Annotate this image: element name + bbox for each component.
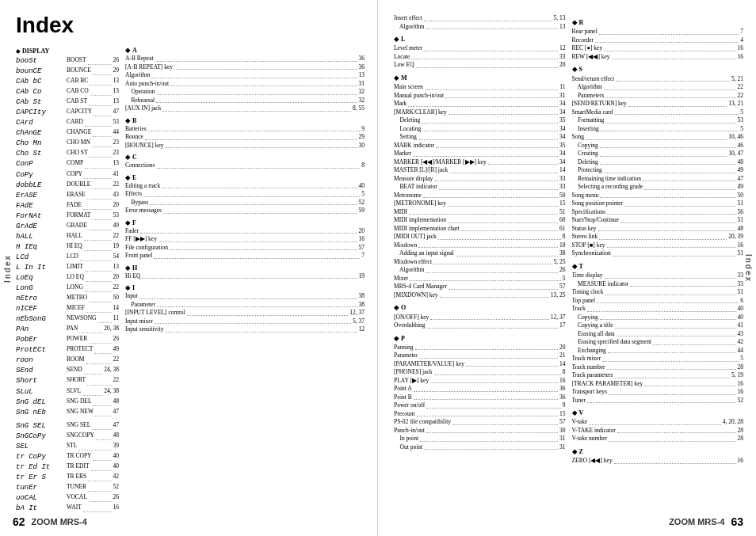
entry-name: Fader [125,227,139,236]
entry-dots [174,63,357,70]
display-entry: roon ROOM 22 [16,355,119,366]
display-word: LonG [16,283,67,294]
entry-dots [424,443,558,450]
entry-page: 38 [359,292,365,301]
list-item: Overdubbing 17 [394,321,566,330]
display-entry: tr CoPy TR COPY 40 [16,452,119,462]
entry-name: [BOUNCE] key [125,142,164,150]
entry-page: 5, 21 [731,75,743,84]
entry-dots [422,116,558,124]
entry-dots [438,233,561,240]
entry-name: Algorithm [125,71,150,80]
entry-dots [616,75,730,82]
entry-page: 33 [559,53,566,62]
entry-page: 22 [113,376,120,386]
display-entry: LoEq LO EQ 20 [16,273,119,283]
entry-name: Parameter [125,301,155,310]
entry-dots [148,125,361,132]
list-item: Front panel 7 [125,252,365,260]
entry-dots [597,297,739,304]
display-entry: SnGCoPy SNGCOPY 48 [16,431,119,442]
entry-name: PLAY [▶] key [394,377,429,386]
list-item: Input sensitivity 12 [125,325,365,334]
entry-page: 12, 37 [349,309,365,317]
list-item: [TRACK PARAMETER] key 16 [572,380,744,389]
entry-page: 15 [559,200,566,208]
entry-name: LIMIT [67,263,83,273]
section-header: ◆ T [572,262,744,271]
entry-dots [615,321,736,329]
entry-dots [605,288,735,295]
list-item: Algorithm 13 [125,71,365,80]
entry-dots [615,371,731,378]
entry-name: CAB ST [67,97,87,108]
entry-name: Precount [394,410,415,419]
list-item: Locating 34 [394,125,566,134]
entry-name: ERASE [67,191,86,201]
entry-page: 36 [359,63,365,72]
list-item: Synchronization 51 [572,249,744,258]
display-entries: booSt BOOST 26 bounCE BOUNCE 29 CAb bC C… [16,56,119,418]
entry-name: Low EQ [394,61,414,70]
display-word: CAb Co [16,87,67,97]
entry-page: 49 [738,166,744,175]
list-item: Manual punch-in/out 31 [394,92,566,101]
entry-name: MASTER [L]/[R] jack [394,166,448,175]
entry-dots [643,175,736,182]
entry-page: 51 [559,208,566,217]
list-item: [BOUNCE] key 30 [125,142,365,150]
list-item: Parameter 38 [125,301,365,310]
list-item: Specifications 56 [572,208,744,217]
display-entry: nEtro METRO 50 [16,294,119,304]
entry-name: Erasing all data [572,330,615,339]
entry-dots [417,410,558,417]
entry-name: Protecting [572,166,602,175]
display-entry: tunEr TUNER 52 [16,483,119,493]
section-letter: C [132,154,137,161]
list-item: Stereo link 20, 39 [572,233,744,241]
entry-page: 31 [559,435,566,443]
entry-dots [143,190,360,197]
entry-page: 16 [738,457,744,466]
section-letter: B [132,117,136,124]
entry-page: 40 [359,182,365,191]
list-item: Erasing specified data segment 42 [572,338,744,347]
entry-name: MIDI implementation chart [394,225,460,234]
entry-dots [449,166,558,173]
list-item: Song position pointer 51 [572,200,744,208]
entry-name: Locate [394,53,410,62]
list-item: BEAT indicator 33 [394,183,566,192]
list-item: Input mixer 5, 37 [125,317,365,326]
entry-dots [415,344,558,351]
entry-name: [MIXDOWN] key [394,291,438,300]
list-item: Deleting 48 [572,158,744,167]
entry-page: 13, 25 [551,291,566,300]
entry-name: Inserting [572,125,599,134]
section-header: ◆ F [125,219,365,226]
display-entry: bA It WAIT 16 [16,504,119,514]
list-item: Mixdown effect 5, 25 [394,258,566,267]
section-diamond: ◆ [572,447,577,456]
entry-page: 26 [113,335,120,345]
entry-dots [598,225,736,232]
entry-name: SNG DEL [67,397,91,408]
entry-name: CAB BC [67,77,88,87]
entry-name: Mixer [394,275,408,283]
display-entry: Short SHORT 22 [16,376,119,386]
entry-name: WAIT [67,504,82,514]
entry-name: [PARAMETER/VALUE] key [394,360,464,369]
display-word: CAb bC [16,77,67,87]
entry-name: Operation [125,88,155,97]
display-entry: ConP COMP 13 [16,159,119,169]
list-item: Time display 33 [572,272,744,280]
list-item: Main screen 11 [394,83,566,92]
display-word: ErASE [16,191,67,201]
section-letter: L [401,35,405,44]
display-word: SnGCoPy [16,431,67,442]
display-word: Cho St [16,149,67,159]
list-item: Rear panel 7 [572,28,744,36]
list-item: Fader 20 [125,227,365,236]
entry-page: 16 [738,388,744,397]
right-page: Insert effect 5, 13 Algorithm 13 ◆ L Lev… [378,0,756,536]
entry-dots [599,28,739,35]
